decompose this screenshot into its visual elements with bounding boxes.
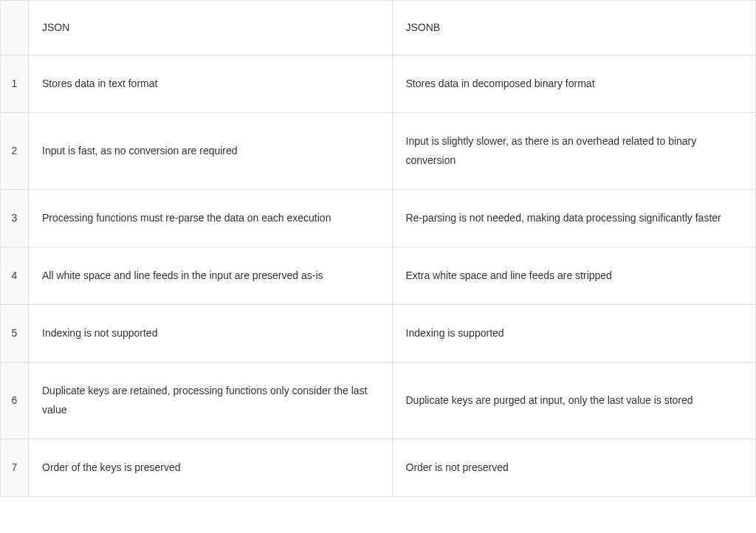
cell-jsonb: Duplicate keys are purged at input, only… <box>392 362 756 439</box>
row-number: 5 <box>1 305 29 362</box>
row-number: 3 <box>1 189 29 247</box>
header-number <box>1 1 29 55</box>
row-number: 1 <box>1 55 29 113</box>
table-row: 3 Processing functions must re-parse the… <box>1 189 756 247</box>
cell-json: Order of the keys is preserved <box>29 439 393 496</box>
cell-jsonb: Extra white space and line feeds are str… <box>392 247 756 304</box>
cell-json: Indexing is not supported <box>29 305 393 362</box>
cell-json: Processing functions must re-parse the d… <box>29 189 393 247</box>
header-jsonb: JSONB <box>392 1 756 55</box>
cell-jsonb: Order is not preserved <box>392 439 756 496</box>
cell-jsonb: Re-parsing is not needed, making data pr… <box>392 189 756 247</box>
table-row: 5 Indexing is not supported Indexing is … <box>1 305 756 362</box>
table-row: 6 Duplicate keys are retained, processin… <box>1 362 756 439</box>
cell-json: Input is fast, as no conversion are requ… <box>29 113 393 189</box>
comparison-table: JSON JSONB 1 Stores data in text format … <box>0 0 756 497</box>
row-number: 7 <box>1 439 29 496</box>
table-row: 4 All white space and line feeds in the … <box>1 247 756 304</box>
cell-jsonb: Stores data in decomposed binary format <box>392 55 756 113</box>
table-row: 7 Order of the keys is preserved Order i… <box>1 439 756 496</box>
cell-jsonb: Input is slightly slower, as there is an… <box>392 113 756 189</box>
row-number: 4 <box>1 247 29 304</box>
table-row: 2 Input is fast, as no conversion are re… <box>1 113 756 189</box>
cell-jsonb: Indexing is supported <box>392 305 756 362</box>
header-json: JSON <box>29 1 393 55</box>
cell-json: Stores data in text format <box>29 55 393 113</box>
table-header-row: JSON JSONB <box>1 1 756 55</box>
table-row: 1 Stores data in text format Stores data… <box>1 55 756 113</box>
row-number: 6 <box>1 362 29 439</box>
row-number: 2 <box>1 113 29 189</box>
cell-json: All white space and line feeds in the in… <box>29 247 393 304</box>
cell-json: Duplicate keys are retained, processing … <box>29 362 393 439</box>
